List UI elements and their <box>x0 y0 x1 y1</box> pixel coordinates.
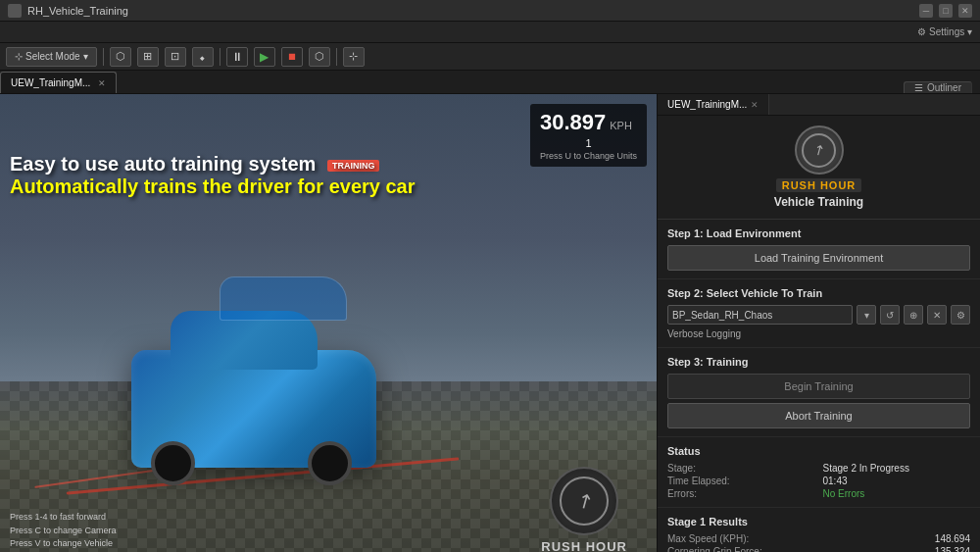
close-button[interactable]: ✕ <box>958 4 972 18</box>
tab-bar-right: ☰ Outliner <box>904 81 980 93</box>
status-title: Status <box>667 445 970 457</box>
right-panel: UEW_TrainingM... ✕ ↗ RUSH HOUR Vehicle T… <box>657 94 980 552</box>
vehicle-refresh-btn[interactable]: ↺ <box>880 305 900 325</box>
chevron-down-icon: ▾ <box>83 51 88 62</box>
panel-brand-inner: ↗ <box>802 133 836 168</box>
logo-arrow-icon: ↗ <box>571 486 598 515</box>
panel-brand: ↗ RUSH HOUR Vehicle Training <box>658 116 980 220</box>
play-icon: ▶ <box>260 50 269 64</box>
car-roof <box>171 311 318 370</box>
logo-circle: ↗ <box>550 467 618 535</box>
elapsed-value: 01:43 <box>823 476 971 486</box>
step2-title: Step 2: Select Vehicle To Train <box>667 287 970 299</box>
pause-icon: ⏸ <box>231 50 243 64</box>
car-window <box>220 276 347 321</box>
stage-label: Stage: <box>667 463 815 474</box>
hud-badge: TRAINING <box>327 160 380 172</box>
vehicle-training-label: Vehicle Training <box>774 195 863 209</box>
settings-bar: ⚙ Settings ▾ <box>0 22 980 43</box>
viewport-tab-close[interactable]: ✕ <box>98 78 106 88</box>
toolbar-separator-3 <box>336 48 337 66</box>
vehicle-dropdown-btn[interactable]: ▾ <box>857 305 876 325</box>
abort-training-button[interactable]: Abort Training <box>667 403 970 428</box>
verbose-logging-label: Verbose Logging <box>667 328 970 339</box>
max-speed-value: 148.694 <box>923 533 970 544</box>
minimize-button[interactable]: ─ <box>919 4 933 18</box>
toolbar-icon-btn-3[interactable]: ⊡ <box>165 47 186 67</box>
logo-circle-inner: ↗ <box>560 477 609 526</box>
stage-value: Stage 2 In Progress <box>823 463 971 474</box>
toolbar-icon-btn-2[interactable]: ⊞ <box>137 47 159 67</box>
play-button[interactable]: ▶ <box>254 47 275 67</box>
select-mode-button[interactable]: ⊹ Select Mode ▾ <box>6 47 97 67</box>
step3-title: Step 3: Training <box>667 356 970 368</box>
vehicle-search-btn[interactable]: ⊕ <box>904 305 923 325</box>
step3-section: Step 3: Training Begin Training Abort Tr… <box>658 348 980 437</box>
bottom-hints: Press 1-4 to fast forward Press C to cha… <box>10 511 161 552</box>
vehicle-clear-btn[interactable]: ✕ <box>927 305 947 325</box>
panel-brand-logo: ↗ <box>795 125 844 175</box>
step2-section: Step 2: Select Vehicle To Train ▾ ↺ ⊕ ✕ … <box>658 279 980 348</box>
status-grid: Stage: Stage 2 In Progress Time Elapsed:… <box>667 463 970 499</box>
stop-button[interactable]: ⏹ <box>281 47 303 67</box>
vehicle-type-input[interactable] <box>667 305 853 325</box>
main-toolbar: ⊹ Select Mode ▾ ⬡ ⊞ ⊡ ⬥ ⏸ ▶ ⏹ ⬡ ⊹ <box>0 43 980 71</box>
elapsed-label: Time Elapsed: <box>667 476 815 486</box>
hud-line-2: Automatically trains the driver for ever… <box>10 176 416 198</box>
viewport[interactable]: Easy to use auto training system TRAININ… <box>0 94 657 552</box>
window-controls: ─ □ ✕ <box>919 4 972 18</box>
maximize-button[interactable]: □ <box>939 4 953 18</box>
status-section: Status Stage: Stage 2 In Progress Time E… <box>658 437 980 508</box>
hint-2: Press C to change Camera <box>10 525 161 538</box>
panel-tabs: UEW_TrainingM... ✕ <box>658 94 980 116</box>
step1-title: Step 1: Load Environment <box>667 227 970 239</box>
outliner-icon: ☰ <box>914 82 923 93</box>
cursor-icon: ⊹ <box>15 51 23 62</box>
toolbar-icon-btn-5[interactable]: ⬡ <box>309 47 330 67</box>
panel-tab-close[interactable]: ✕ <box>751 100 759 110</box>
stage1-results-section: Stage 1 Results Max Speed (KPH): 148.694… <box>658 508 980 552</box>
errors-value: No Errors <box>823 488 971 499</box>
main-layout: Easy to use auto training system TRAININ… <box>0 94 980 552</box>
hud-overlay: Easy to use auto training system TRAININ… <box>10 153 416 198</box>
toolbar-icon-btn-1[interactable]: ⬡ <box>110 47 131 67</box>
car-model <box>131 350 376 468</box>
logo-text: RUSH HOUR <box>541 539 627 552</box>
app-icon <box>8 4 22 18</box>
stage1-results-grid: Max Speed (KPH): 148.694 Cornering Grip … <box>667 533 970 552</box>
speed-hint: Press U to Change Units <box>540 151 637 161</box>
toolbar-separator-2 <box>220 48 220 66</box>
max-speed-label: Max Speed (KPH): <box>667 533 915 544</box>
panel-main-tab[interactable]: UEW_TrainingM... ✕ <box>658 94 769 115</box>
pause-button[interactable]: ⏸ <box>226 47 248 67</box>
viewport-tab[interactable]: UEW_TrainingM... ✕ <box>0 72 117 93</box>
toolbar-icon-btn-6[interactable]: ⊹ <box>343 47 365 67</box>
brand-arrow-icon: ↗ <box>809 140 827 160</box>
window-title: RH_Vehicle_Training <box>27 5 128 17</box>
rush-hour-logo: ↗ RUSH HOUR <box>541 467 627 552</box>
stage1-title: Stage 1 Results <box>667 516 970 527</box>
outliner-tab[interactable]: ☰ Outliner <box>904 81 972 93</box>
toolbar-separator-1 <box>103 48 104 66</box>
load-environment-button[interactable]: Load Training Environment <box>667 245 970 271</box>
rush-hour-label: RUSH HOUR <box>776 178 862 192</box>
vehicle-select-row: ▾ ↺ ⊕ ✕ ⚙ <box>667 305 970 325</box>
speed-value: 30.897 <box>540 110 606 135</box>
toolbar-icon-btn-4[interactable]: ⬥ <box>192 47 214 67</box>
tab-bar: UEW_TrainingM... ✕ ☰ Outliner <box>0 71 980 94</box>
speed-unit: KPH <box>610 120 632 131</box>
cornering-label: Cornering Grip Force: <box>667 546 915 552</box>
cornering-value: 135.324 <box>923 546 970 552</box>
hint-1: Press 1-4 to fast forward <box>10 511 161 525</box>
training-buttons: Begin Training Abort Training <box>667 374 970 428</box>
title-bar: RH_Vehicle_Training ─ □ ✕ <box>0 0 980 22</box>
speed-display: 30.897 KPH 1 Press U to Change Units <box>530 104 647 167</box>
settings-button[interactable]: ⚙ Settings ▾ <box>917 26 972 37</box>
vehicle-settings-btn[interactable]: ⚙ <box>951 305 970 325</box>
errors-label: Errors: <box>667 488 815 499</box>
speed-sub: 1 <box>540 137 637 149</box>
panel-content: ↗ RUSH HOUR Vehicle Training Step 1: Loa… <box>658 116 980 552</box>
step1-section: Step 1: Load Environment Load Training E… <box>658 220 980 279</box>
hint-3: Press V to change Vehicle <box>10 537 161 551</box>
begin-training-button[interactable]: Begin Training <box>667 374 970 399</box>
